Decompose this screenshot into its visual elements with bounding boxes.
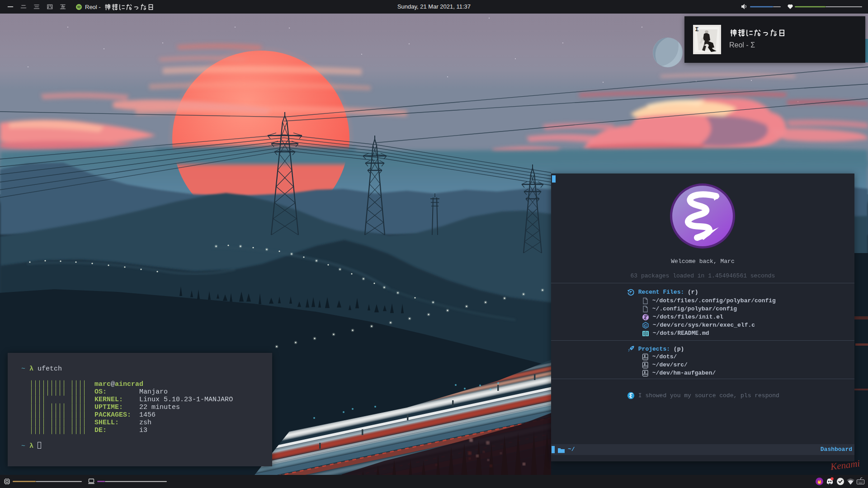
svg-text:Σ: Σ — [695, 26, 698, 33]
svg-text:C: C — [644, 323, 647, 328]
